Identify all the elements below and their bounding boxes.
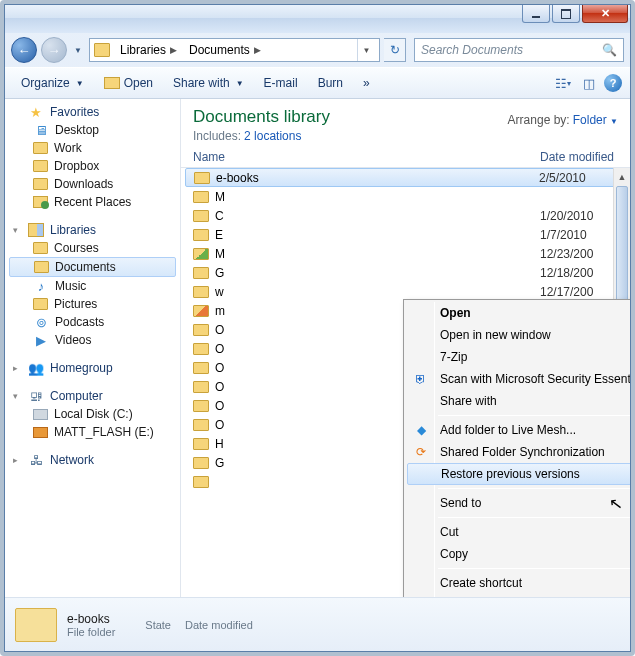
computer-header[interactable]: ▾🖳Computer	[5, 387, 180, 405]
share-with-button[interactable]: Share with▼	[165, 74, 252, 92]
maximize-button[interactable]	[552, 5, 580, 23]
file-date: 12/23/200	[540, 247, 618, 261]
menu-create-shortcut[interactable]: Create shortcut	[406, 572, 630, 594]
file-name: e-books	[216, 171, 539, 185]
nav-downloads[interactable]: Downloads	[5, 175, 180, 193]
nav-desktop[interactable]: 🖥Desktop	[5, 121, 180, 139]
homegroup-header[interactable]: ▸👥Homegroup	[5, 359, 180, 377]
file-date: 1/20/2010	[540, 209, 618, 223]
table-row[interactable]: M12/23/200	[181, 244, 630, 263]
refresh-button[interactable]: ↻	[384, 38, 406, 62]
folder-icon	[33, 242, 48, 254]
scroll-up-button[interactable]: ▲	[614, 168, 630, 185]
more-button[interactable]: »	[355, 74, 378, 92]
view-options-button[interactable]: ☷▾	[552, 72, 574, 94]
column-date[interactable]: Date modified	[540, 150, 618, 164]
menu-7zip[interactable]: 7-Zip▶	[406, 346, 630, 368]
menu-restore-previous[interactable]: Restore previous versions	[407, 463, 630, 485]
libraries-icon	[28, 223, 44, 237]
nav-courses[interactable]: Courses	[5, 239, 180, 257]
locations-link[interactable]: 2 locations	[244, 129, 301, 143]
breadcrumb[interactable]: Libraries▶ Documents▶ ▼	[89, 38, 380, 62]
nav-usb-drive[interactable]: MATT_FLASH (E:)	[5, 423, 180, 441]
folder-icon	[193, 305, 209, 317]
disk-icon	[33, 409, 48, 420]
file-date: 12/17/200	[540, 285, 618, 299]
nav-dropbox[interactable]: Dropbox	[5, 157, 180, 175]
menu-delete[interactable]: Delete	[406, 594, 630, 597]
folder-icon	[193, 191, 209, 203]
folder-icon	[193, 362, 209, 374]
menu-live-mesh[interactable]: ◆Add folder to Live Mesh...	[406, 419, 630, 441]
podcast-icon: ⊚	[33, 315, 49, 329]
details-type: File folder	[67, 626, 115, 638]
table-row[interactable]: E1/7/2010	[181, 225, 630, 244]
breadcrumb-segment[interactable]: Libraries▶	[114, 39, 183, 61]
folder-icon	[104, 77, 120, 89]
menu-send-to[interactable]: Send to▶	[406, 492, 630, 514]
arrange-dropdown[interactable]: Folder ▼	[573, 113, 618, 127]
table-row[interactable]: M	[181, 187, 630, 206]
nav-local-disk[interactable]: Local Disk (C:)	[5, 405, 180, 423]
minimize-button[interactable]	[522, 5, 550, 23]
open-button[interactable]: Open	[96, 74, 161, 92]
search-input[interactable]: Search Documents 🔍	[414, 38, 624, 62]
usb-icon	[33, 427, 48, 438]
table-row[interactable]: C1/20/2010	[181, 206, 630, 225]
folder-icon	[33, 160, 48, 172]
scroll-thumb[interactable]	[616, 186, 628, 306]
pictures-icon	[33, 298, 48, 310]
libraries-header[interactable]: ▾Libraries	[5, 221, 180, 239]
nav-videos[interactable]: ▶Videos	[5, 331, 180, 349]
menu-share-with[interactable]: Share with▶	[406, 390, 630, 412]
nav-documents[interactable]: Documents	[9, 257, 176, 277]
navigation-pane: ★Favorites 🖥Desktop Work Dropbox Downloa…	[5, 99, 181, 597]
folder-icon	[94, 43, 110, 57]
table-row[interactable]: G12/18/200	[181, 263, 630, 282]
menu-copy[interactable]: Copy	[406, 543, 630, 565]
file-name: C	[215, 209, 540, 223]
favorites-header[interactable]: ★Favorites	[5, 103, 180, 121]
folder-icon	[193, 381, 209, 393]
folder-icon	[193, 419, 209, 431]
folder-icon	[193, 400, 209, 412]
forward-button[interactable]: →	[41, 37, 67, 63]
details-modified-label: Date modified	[185, 619, 253, 631]
close-button[interactable]	[582, 5, 628, 23]
email-button[interactable]: E-mail	[256, 74, 306, 92]
file-date: 12/18/200	[540, 266, 618, 280]
network-icon: 🖧	[28, 453, 44, 467]
back-button[interactable]: ←	[11, 37, 37, 63]
menu-open[interactable]: Open	[406, 302, 630, 324]
shield-icon: ⛨	[413, 371, 429, 387]
menu-shared-sync[interactable]: ⟳Shared Folder Synchronization▶	[406, 441, 630, 463]
nav-pictures[interactable]: Pictures	[5, 295, 180, 313]
nav-podcasts[interactable]: ⊚Podcasts	[5, 313, 180, 331]
burn-button[interactable]: Burn	[310, 74, 351, 92]
breadcrumb-segment[interactable]: Documents▶	[183, 39, 267, 61]
menu-cut[interactable]: Cut	[406, 521, 630, 543]
help-button[interactable]: ?	[604, 74, 622, 92]
video-icon: ▶	[33, 333, 49, 347]
table-row[interactable]: e-books2/5/2010	[185, 168, 626, 187]
nav-music[interactable]: ♪Music	[5, 277, 180, 295]
menu-scan[interactable]: ⛨Scan with Microsoft Security Essentials…	[406, 368, 630, 390]
command-bar: Organize▼ Open Share with▼ E-mail Burn »…	[5, 67, 630, 99]
menu-open-new-window[interactable]: Open in new window	[406, 324, 630, 346]
breadcrumb-dropdown[interactable]: ▼	[357, 39, 375, 61]
column-headers[interactable]: Name Date modified	[181, 147, 630, 168]
navigation-bar: ← → ▼ Libraries▶ Documents▶ ▼ ↻ Search D…	[5, 33, 630, 67]
details-state-label: State	[145, 619, 171, 631]
search-placeholder: Search Documents	[421, 43, 523, 57]
nav-recent-places[interactable]: Recent Places	[5, 193, 180, 211]
network-header[interactable]: ▸🖧Network	[5, 451, 180, 469]
organize-button[interactable]: Organize▼	[13, 74, 92, 92]
nav-work[interactable]: Work	[5, 139, 180, 157]
preview-pane-button[interactable]: ◫	[578, 72, 600, 94]
history-dropdown[interactable]: ▼	[71, 40, 85, 60]
folder-icon	[34, 261, 49, 273]
desktop-icon: 🖥	[33, 123, 49, 137]
column-name[interactable]: Name	[193, 150, 540, 164]
file-name: E	[215, 228, 540, 242]
folder-icon	[15, 608, 57, 642]
